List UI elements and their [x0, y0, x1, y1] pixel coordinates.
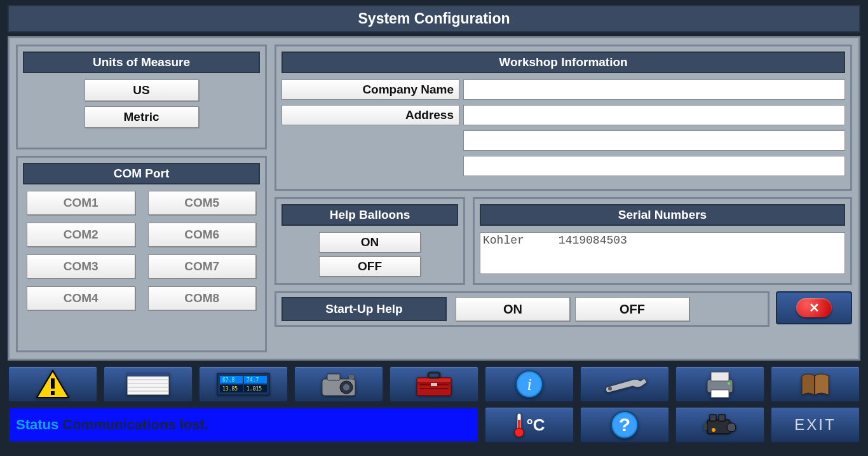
list-view-button[interactable] — [103, 366, 193, 403]
workshop-header: Workshop Information — [281, 52, 845, 73]
help-button[interactable]: ? — [580, 406, 670, 443]
printer-button[interactable] — [675, 366, 765, 403]
help-on-button[interactable]: ON — [319, 232, 421, 252]
startup-row: Start-Up Help ON OFF ✕ — [275, 291, 852, 327]
svg-point-40 — [515, 428, 524, 437]
thermometer-icon — [513, 412, 525, 438]
units-us-button[interactable]: US — [85, 79, 199, 101]
help-off-button[interactable]: OFF — [319, 256, 421, 277]
svg-rect-3 — [127, 373, 169, 395]
startup-off-button[interactable]: OFF — [575, 297, 689, 321]
com8-button[interactable]: COM8 — [148, 286, 257, 310]
svg-point-49 — [712, 428, 715, 432]
status-row: Status Communications lost. °C ? E — [8, 406, 860, 443]
right-column: Workshop Information Company Name Addres… — [275, 45, 852, 352]
close-button[interactable]: ✕ — [776, 291, 852, 324]
com7-button[interactable]: COM7 — [148, 254, 257, 279]
warning-button[interactable] — [8, 366, 98, 403]
com6-button[interactable]: COM6 — [148, 223, 257, 247]
address-field-2[interactable] — [463, 130, 845, 151]
com1-button[interactable]: COM1 — [27, 191, 135, 215]
units-metric-button[interactable]: Metric — [85, 106, 199, 128]
engine-button[interactable] — [675, 406, 765, 443]
serial-name: Kohler — [483, 234, 524, 247]
svg-rect-22 — [349, 375, 354, 379]
svg-point-21 — [343, 384, 349, 390]
svg-rect-4 — [127, 373, 169, 377]
com5-button[interactable]: COM5 — [148, 191, 257, 215]
temperature-button[interactable]: °C — [484, 406, 574, 443]
svg-rect-28 — [431, 383, 437, 386]
company-name-field[interactable] — [463, 79, 845, 100]
printer-icon — [702, 370, 738, 399]
startup-box: Start-Up Help ON OFF — [275, 291, 770, 327]
camera-button[interactable] — [294, 366, 384, 403]
serial-row: Kohler 1419084503 — [483, 234, 842, 247]
close-x-icon: ✕ — [796, 298, 832, 317]
serial-box: Serial Numbers Kohler 1419084503 — [473, 197, 852, 285]
address-field-1[interactable] — [463, 105, 845, 125]
svg-rect-35 — [711, 390, 729, 397]
page-title: System Configuration — [8, 5, 860, 32]
units-header: Units of Measure — [23, 52, 260, 73]
svg-rect-2 — [51, 391, 55, 395]
com3-button[interactable]: COM3 — [27, 254, 135, 279]
svg-rect-45 — [710, 415, 716, 421]
left-column: Units of Measure US Metric COM Port COM1… — [16, 45, 267, 352]
svg-rect-1 — [51, 378, 55, 389]
svg-rect-46 — [719, 415, 725, 421]
question-icon: ? — [610, 410, 639, 439]
main-panel: Units of Measure US Metric COM Port COM1… — [8, 36, 860, 361]
status-label: Status — [16, 417, 58, 433]
toolbox-button[interactable] — [389, 366, 479, 403]
wrench-button[interactable] — [580, 366, 670, 403]
svg-text:?: ? — [619, 414, 630, 435]
help-balloons-box: Help Balloons ON OFF — [275, 197, 465, 285]
com4-button[interactable]: COM4 — [27, 286, 135, 310]
svg-point-36 — [728, 382, 730, 385]
com-port-box: COM Port COM1 COM5 COM2 COM6 COM3 COM7 C… — [16, 156, 267, 352]
units-box: Units of Measure US Metric — [16, 45, 267, 149]
info-button[interactable]: i — [484, 366, 574, 403]
svg-point-47 — [727, 423, 736, 432]
book-button[interactable] — [770, 366, 860, 403]
workshop-box: Workshop Information Company Name Addres… — [275, 45, 852, 191]
svg-text:13.85: 13.85 — [222, 386, 238, 392]
serial-header: Serial Numbers — [480, 204, 845, 226]
toolbar: 67.8 74.7 13.85 1.015 i — [8, 366, 860, 403]
svg-point-32 — [608, 387, 612, 390]
exit-button[interactable]: EXIT — [770, 406, 860, 443]
svg-rect-34 — [711, 372, 729, 381]
book-icon — [798, 371, 832, 397]
startup-header: Start-Up Help — [281, 297, 447, 321]
gauge-panel-icon: 67.8 74.7 13.85 1.015 — [216, 371, 271, 397]
svg-rect-19 — [327, 374, 340, 380]
address-field-3[interactable] — [463, 156, 845, 176]
list-icon — [126, 371, 170, 397]
warning-icon — [36, 370, 70, 399]
serial-number: 1419084503 — [559, 234, 627, 247]
svg-rect-25 — [428, 373, 440, 378]
engine-icon — [701, 411, 739, 439]
svg-text:74.7: 74.7 — [247, 377, 259, 383]
svg-text:i: i — [527, 375, 531, 394]
com2-button[interactable]: COM2 — [27, 223, 135, 247]
help-balloons-header: Help Balloons — [281, 204, 458, 226]
status-bar: Status Communications lost. — [8, 406, 479, 443]
company-name-label: Company Name — [281, 79, 459, 100]
svg-text:1.015: 1.015 — [247, 386, 262, 392]
serial-list[interactable]: Kohler 1419084503 — [480, 232, 845, 274]
camera-icon — [318, 370, 359, 398]
status-message: Communications lost. — [62, 417, 208, 433]
svg-rect-27 — [419, 388, 449, 389]
temperature-unit: °C — [526, 415, 545, 435]
wrench-icon — [601, 375, 648, 394]
toolbox-icon — [412, 370, 456, 398]
com-port-header: COM Port — [23, 163, 260, 184]
mid-row: Help Balloons ON OFF Serial Numbers Kohl… — [275, 197, 852, 285]
svg-rect-48 — [703, 424, 707, 430]
address-label: Address — [281, 105, 459, 125]
startup-on-button[interactable]: ON — [456, 297, 570, 321]
info-icon: i — [515, 370, 544, 399]
data-panel-button[interactable]: 67.8 74.7 13.85 1.015 — [198, 366, 288, 403]
